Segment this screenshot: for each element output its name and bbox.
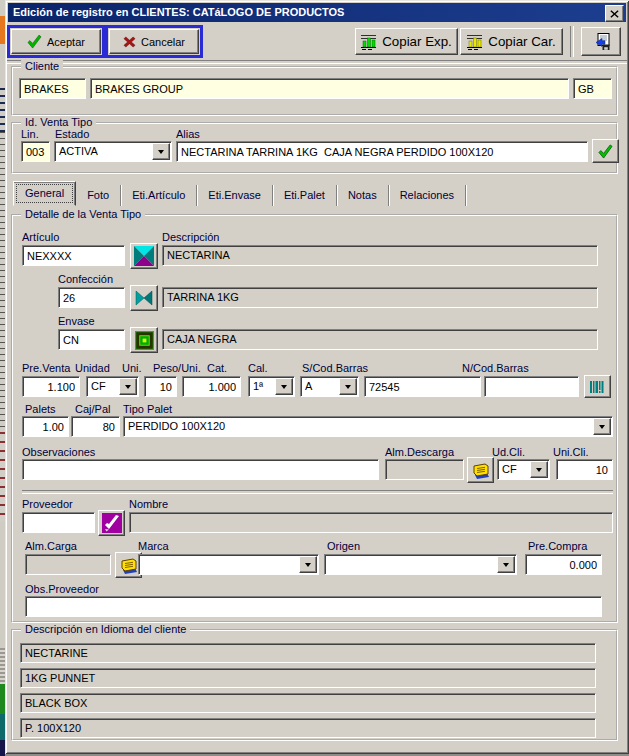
tab-relaciones[interactable]: Relaciones — [389, 185, 466, 206]
barcode-button[interactable] — [584, 375, 611, 398]
s-cod-barras-field[interactable] — [364, 376, 481, 397]
nombre-label: Nombre — [129, 498, 168, 510]
estado-label: Estado — [55, 128, 89, 140]
lin-field[interactable] — [21, 141, 50, 162]
estado-dropdown-button[interactable] — [152, 143, 170, 160]
tab-eti-envase[interactable]: Eti.Envase — [197, 185, 273, 206]
unidad-label: Unidad — [75, 362, 110, 374]
barcode-icon — [589, 380, 607, 394]
chevron-down-icon — [536, 468, 542, 475]
confeccion-field[interactable] — [58, 287, 125, 308]
toolbar-separator — [7, 60, 627, 64]
peso-uni-label: Peso/Uni. — [153, 362, 201, 374]
tab-general[interactable]: General — [13, 181, 76, 206]
confeccion-label: Confección — [58, 273, 113, 285]
alias-field[interactable] — [176, 141, 588, 162]
alm-descarga-field — [385, 459, 464, 480]
aceptar-button[interactable]: Aceptar — [11, 29, 101, 54]
idioma-line-3: BLACK BOX — [20, 693, 596, 713]
envase-label: Envase — [58, 315, 95, 327]
marca-select[interactable] — [138, 554, 319, 575]
observaciones-field[interactable] — [22, 459, 379, 480]
tipo-palet-label: Tipo Palet — [123, 403, 172, 415]
cal-select[interactable]: A — [300, 376, 359, 397]
check-icon — [27, 35, 42, 49]
marca-dropdown-button[interactable] — [299, 556, 317, 573]
origen-select[interactable] — [324, 554, 517, 575]
articulo-lookup-button[interactable] — [130, 243, 158, 269]
uni-field[interactable] — [144, 376, 177, 397]
transfer-save-button[interactable] — [581, 27, 621, 56]
idioma-line-2: 1KG PUNNET — [20, 668, 596, 688]
obs-proveedor-field[interactable] — [25, 596, 602, 617]
tab-eti-palet[interactable]: Eti.Palet — [273, 185, 337, 206]
aceptar-highlight-frame: Aceptar — [7, 25, 105, 58]
title-bar[interactable]: Edición de registro en CLIENTES: CATáLOG… — [8, 3, 626, 22]
pre-compra-field[interactable] — [525, 554, 602, 575]
alm-descarga-lookup-button[interactable] — [467, 457, 494, 483]
unidad-dropdown-button[interactable] — [119, 378, 137, 395]
cliente-nombre-field[interactable] — [90, 78, 569, 99]
edit-record-dialog: Edición de registro en CLIENTES: CATáLOG… — [5, 0, 629, 754]
copiar-exp-button[interactable]: Copiar Exp. — [355, 28, 458, 55]
cal-dropdown-button[interactable] — [339, 378, 357, 395]
copiar-car-button[interactable]: Copiar Car. — [460, 28, 563, 55]
alias-confirm-button[interactable] — [592, 139, 619, 163]
bar-chart-yellow-icon — [467, 34, 483, 50]
proveedor-field[interactable] — [22, 512, 95, 533]
envase-field[interactable] — [58, 329, 125, 350]
tab-foto[interactable]: Foto — [76, 185, 121, 206]
uni-cli-field[interactable] — [556, 459, 613, 480]
proveedor-label: Proveedor — [22, 498, 73, 510]
aceptar-label: Aceptar — [47, 36, 85, 48]
cat-dropdown-button[interactable] — [275, 378, 293, 395]
origen-dropdown-button[interactable] — [497, 556, 515, 573]
palets-field[interactable] — [22, 416, 69, 437]
unidad-select[interactable]: CF — [86, 376, 139, 397]
cliente-codigo-field[interactable] — [19, 78, 86, 99]
cliente-legend: Cliente — [21, 60, 63, 72]
close-button[interactable] — [605, 5, 624, 22]
tab-notas[interactable]: Notas — [337, 185, 389, 206]
confeccion-desc-field: TARRINA 1KG — [162, 287, 598, 308]
peso-uni-field[interactable] — [182, 376, 241, 397]
cancelar-button[interactable]: Cancelar — [109, 29, 199, 54]
ud-cli-label: Ud.Cli. — [492, 446, 525, 458]
ud-cli-dropdown-button[interactable] — [530, 461, 548, 478]
tipo-palet-dropdown-button[interactable] — [593, 418, 611, 435]
cliente-pais-field[interactable] — [573, 78, 612, 99]
chevron-down-icon — [599, 425, 605, 432]
tab-eti-articulo[interactable]: Eti.Artículo — [121, 185, 197, 206]
ud-cli-select[interactable]: CF — [497, 459, 550, 480]
chevron-down-icon — [305, 563, 311, 570]
n-cod-barras-field[interactable] — [484, 376, 579, 397]
tab-strip: General Foto Eti.Artículo Eti.Envase Eti… — [13, 180, 466, 206]
detalle-legend: Detalle de la Venta Tipo — [21, 208, 145, 220]
window-title: Edición de registro en CLIENTES: CATáLOG… — [13, 6, 344, 18]
alm-carga-field — [25, 554, 111, 575]
ud-cli-value: CF — [502, 463, 517, 475]
close-icon — [610, 10, 619, 18]
estado-value: ACTIVA — [59, 145, 98, 157]
tipo-palet-select[interactable]: PERDIDO 100X120 — [123, 416, 613, 437]
check-icon — [597, 144, 614, 159]
bar-chart-green-icon — [361, 34, 377, 50]
cat-select[interactable]: 1ª — [248, 376, 295, 397]
idioma-legend: Descripción en Idioma del cliente — [21, 623, 190, 635]
caj-pal-label: Caj/Pal — [75, 403, 110, 415]
alm-descarga-label: Alm.Descarga — [385, 446, 454, 458]
estado-select[interactable]: ACTIVA — [54, 141, 172, 162]
cal-value: A — [305, 380, 312, 392]
envase-lookup-button[interactable] — [130, 327, 158, 353]
caj-pal-field[interactable] — [71, 416, 120, 437]
proveedor-lookup-button[interactable] — [98, 510, 125, 536]
confeccion-lookup-button[interactable] — [130, 285, 158, 311]
pre-venta-label: Pre.Venta — [22, 362, 70, 374]
pre-venta-field[interactable] — [22, 376, 80, 397]
chevron-down-icon — [503, 563, 509, 570]
obs-proveedor-label: Obs.Proveedor — [25, 583, 99, 595]
uni-cli-label: Uni.Cli. — [553, 446, 588, 458]
nombre-field — [129, 512, 613, 533]
articulo-field[interactable] — [22, 245, 125, 266]
nested-squares-lookup-icon — [135, 331, 154, 350]
